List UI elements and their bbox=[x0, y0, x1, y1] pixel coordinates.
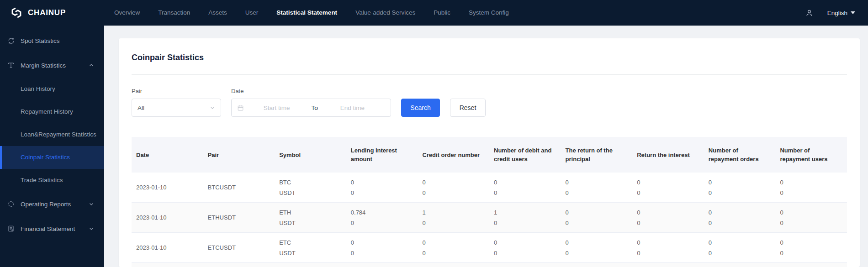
date-filter-group: Date To bbox=[231, 88, 391, 117]
chevron-down-icon bbox=[210, 105, 215, 110]
pair-filter-group: Pair All bbox=[132, 88, 221, 117]
title-divider bbox=[132, 74, 847, 75]
language-label: English bbox=[827, 10, 847, 16]
cell-value: 00 bbox=[489, 233, 561, 262]
column-header-number-of: Number of repayment users bbox=[775, 137, 847, 173]
user-icon[interactable] bbox=[805, 9, 814, 17]
nav-item-statistical-statement[interactable]: Statistical Statement bbox=[267, 0, 346, 26]
table-row-partial bbox=[132, 263, 847, 267]
nav-item-assets[interactable]: Assets bbox=[199, 0, 236, 26]
margin-statistics-icon bbox=[7, 61, 15, 69]
table-body: 2023-01-10BTCUSDTBTCUSDT0000000000000020… bbox=[132, 173, 847, 263]
cell-symbol: ETCUSDT bbox=[275, 233, 346, 262]
table-row: 2023-01-10ETHUSDTETHUSDT0.78401010000000… bbox=[132, 203, 847, 233]
date-label: Date bbox=[231, 88, 391, 94]
sidebar-item-operating-reports[interactable]: Operating Reports bbox=[0, 192, 104, 216]
column-header-date: Date bbox=[132, 137, 203, 173]
cell-value: 00 bbox=[632, 203, 704, 232]
sidebar-item-label: Operating Reports bbox=[21, 201, 71, 208]
spot-statistics-icon bbox=[7, 37, 15, 45]
cell-value: 10 bbox=[418, 203, 489, 232]
cell-value: 00 bbox=[704, 173, 776, 202]
cell-value: 00 bbox=[632, 173, 704, 202]
sidebar-item-coinpair-statistics[interactable]: Coinpair Statistics bbox=[0, 146, 104, 169]
sidebar-item-label: Financial Statement bbox=[21, 225, 75, 232]
nav-item-user[interactable]: User bbox=[236, 0, 268, 26]
cell-value: 10 bbox=[489, 203, 561, 232]
column-header-lending-interest: Lending interest amount bbox=[346, 137, 418, 173]
brand-name: CHAINUP bbox=[28, 8, 66, 17]
pair-label: Pair bbox=[132, 88, 221, 94]
sidebar-item-spot-statistics[interactable]: Spot Statistics bbox=[0, 28, 104, 53]
chevron-up-icon bbox=[89, 63, 94, 68]
chevron-down-icon bbox=[89, 226, 94, 231]
column-header-number-of: Number of repayment orders bbox=[704, 137, 776, 173]
cell-date: 2023-01-10 bbox=[132, 233, 203, 262]
chainup-logo-icon bbox=[9, 6, 24, 19]
pair-select[interactable]: All bbox=[132, 99, 221, 117]
sidebar-item-trade-statistics[interactable]: Trade Statistics bbox=[0, 169, 104, 192]
cell-value: 00 bbox=[346, 173, 418, 202]
operating-reports-icon bbox=[7, 200, 15, 208]
cell-date: 2023-01-10 bbox=[132, 203, 203, 232]
cell-value: 00 bbox=[775, 203, 847, 232]
nav-item-overview[interactable]: Overview bbox=[105, 0, 149, 26]
cell-date: 2023-01-10 bbox=[132, 173, 203, 202]
sidebar-item-loan-repayment-statistics[interactable]: Loan&Repayment Statistics bbox=[0, 123, 104, 146]
cell-value: 00 bbox=[418, 233, 489, 262]
nav-item-value-added-services[interactable]: Value-added Services bbox=[346, 0, 424, 26]
cell-symbol: BTCUSDT bbox=[275, 173, 346, 202]
reset-button[interactable]: Reset bbox=[450, 99, 486, 117]
cell-value: 00 bbox=[561, 233, 633, 262]
cell-value: 00 bbox=[704, 233, 776, 262]
cell-pair: ETCUSDT bbox=[203, 233, 275, 262]
start-time-input[interactable] bbox=[244, 105, 309, 111]
sidebar-item-loan-history[interactable]: Loan History bbox=[0, 78, 104, 100]
calendar-icon bbox=[237, 105, 244, 111]
column-header-the-return-of-the: The return of the principal bbox=[561, 137, 633, 173]
nav-item-transaction[interactable]: Transaction bbox=[149, 0, 199, 26]
cell-value: 00 bbox=[704, 203, 776, 232]
cell-value: 00 bbox=[346, 233, 418, 262]
brand-logo[interactable]: CHAINUP bbox=[0, 6, 95, 19]
filter-bar: Pair All Date bbox=[132, 88, 847, 117]
sidebar: Spot StatisticsMargin StatisticsLoan His… bbox=[0, 26, 104, 267]
cell-value: 00 bbox=[775, 173, 847, 202]
column-header-number-of-debit-and: Number of debit and credit users bbox=[489, 137, 561, 173]
sidebar-item-financial-statement[interactable]: Financial Statement bbox=[0, 216, 104, 241]
nav-item-public[interactable]: Public bbox=[424, 0, 460, 26]
end-time-input[interactable] bbox=[320, 105, 385, 111]
sidebar-item-repayment-history[interactable]: Repayment History bbox=[0, 100, 104, 123]
navbar-menu: OverviewTransactionAssetsUserStatistical… bbox=[105, 0, 518, 26]
financial-statement-icon bbox=[7, 225, 15, 233]
sidebar-item-margin-statistics[interactable]: Margin Statistics bbox=[0, 53, 104, 78]
chevron-down-icon bbox=[89, 201, 94, 207]
table-header: DatePairSymbolLending interest amountCre… bbox=[132, 137, 847, 173]
nav-item-system-config[interactable]: System Config bbox=[460, 0, 518, 26]
sidebar-menu: Spot StatisticsMargin StatisticsLoan His… bbox=[0, 28, 104, 241]
sidebar-item-label: Margin Statistics bbox=[21, 62, 66, 69]
date-range-picker[interactable]: To bbox=[231, 99, 391, 117]
cell-value: 0.7840 bbox=[346, 203, 418, 232]
cell-value: 00 bbox=[489, 173, 561, 202]
cell-value: 00 bbox=[632, 233, 704, 262]
sidebar-item-label: Spot Statistics bbox=[21, 37, 60, 44]
cell-value: 00 bbox=[561, 203, 633, 232]
cell-pair: BTCUSDT bbox=[203, 173, 275, 202]
search-button[interactable]: Search bbox=[401, 99, 440, 117]
caret-down-icon bbox=[851, 11, 855, 14]
language-selector[interactable]: English bbox=[827, 10, 855, 16]
column-header-return-the-interest: Return the interest bbox=[632, 137, 704, 173]
cell-value: 00 bbox=[418, 173, 489, 202]
pair-select-value: All bbox=[138, 105, 144, 111]
cell-pair: ETHUSDT bbox=[203, 203, 275, 232]
navbar-right: English bbox=[805, 9, 868, 17]
table-row: 2023-01-10BTCUSDTBTCUSDT00000000000000 bbox=[132, 173, 847, 203]
cell-symbol: ETHUSDT bbox=[275, 203, 346, 232]
column-header-credit-order-number: Credit order number bbox=[418, 137, 489, 173]
column-header-symbol: Symbol bbox=[275, 137, 346, 173]
page-title: Coinpair Statistics bbox=[132, 38, 847, 63]
column-header-pair: Pair bbox=[203, 137, 275, 173]
coinpair-statistics-card: Coinpair Statistics Pair All Date bbox=[119, 38, 860, 267]
main-content: Coinpair Statistics Pair All Date bbox=[104, 26, 868, 267]
